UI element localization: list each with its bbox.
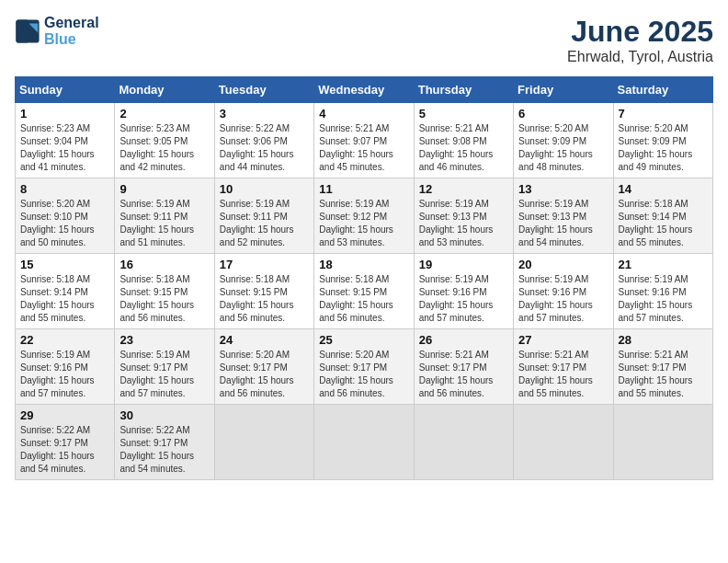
calendar-table: SundayMondayTuesdayWednesdayThursdayFrid… [15,76,713,480]
day-info: Sunrise: 5:23 AM Sunset: 9:04 PM Dayligh… [20,122,109,174]
svg-rect-2 [16,19,28,42]
day-info: Sunrise: 5:19 AM Sunset: 9:11 PM Dayligh… [119,198,209,249]
calendar-cell [214,405,313,480]
day-info: Sunrise: 5:21 AM Sunset: 9:08 PM Dayligh… [419,122,508,174]
day-number: 19 [419,258,508,271]
day-info: Sunrise: 5:19 AM Sunset: 9:16 PM Dayligh… [20,349,109,400]
day-number: 1 [20,107,109,121]
col-header-friday: Friday [514,77,613,103]
calendar-cell: 8Sunrise: 5:20 AM Sunset: 9:10 PM Daylig… [16,178,115,254]
calendar-cell: 24Sunrise: 5:20 AM Sunset: 9:17 PM Dayli… [214,329,313,405]
calendar-cell: 23Sunrise: 5:19 AM Sunset: 9:17 PM Dayli… [115,329,214,405]
calendar-cell: 3Sunrise: 5:22 AM Sunset: 9:06 PM Daylig… [214,103,313,178]
day-number: 14 [619,182,708,196]
day-info: Sunrise: 5:21 AM Sunset: 9:07 PM Dayligh… [319,122,408,174]
calendar-cell: 5Sunrise: 5:21 AM Sunset: 9:08 PM Daylig… [414,103,513,178]
day-info: Sunrise: 5:20 AM Sunset: 9:09 PM Dayligh… [518,122,608,174]
day-number: 7 [619,107,708,121]
day-number: 4 [319,107,408,121]
day-number: 20 [518,258,608,271]
col-header-saturday: Saturday [613,77,712,103]
calendar-cell [314,405,414,480]
calendar-cell: 21Sunrise: 5:19 AM Sunset: 9:16 PM Dayli… [613,254,712,329]
calendar-cell: 17Sunrise: 5:18 AM Sunset: 9:15 PM Dayli… [214,254,313,329]
day-info: Sunrise: 5:19 AM Sunset: 9:17 PM Dayligh… [119,349,209,400]
day-number: 17 [220,258,309,271]
logo: General Blue [15,15,99,47]
day-number: 12 [419,182,508,196]
calendar-week-row: 15Sunrise: 5:18 AM Sunset: 9:14 PM Dayli… [16,254,713,329]
day-number: 22 [20,333,109,347]
day-number: 15 [20,258,109,271]
day-info: Sunrise: 5:22 AM Sunset: 9:17 PM Dayligh… [119,424,209,476]
location-title: Ehrwald, Tyrol, Austria [567,49,713,65]
calendar-cell: 29Sunrise: 5:22 AM Sunset: 9:17 PM Dayli… [16,405,115,480]
calendar-cell: 2Sunrise: 5:23 AM Sunset: 9:05 PM Daylig… [115,103,214,178]
day-number: 30 [119,408,209,422]
day-number: 28 [619,333,708,347]
day-info: Sunrise: 5:19 AM Sunset: 9:13 PM Dayligh… [419,198,508,249]
calendar-cell: 6Sunrise: 5:20 AM Sunset: 9:09 PM Daylig… [514,103,613,178]
day-number: 29 [20,408,109,422]
calendar-cell: 9Sunrise: 5:19 AM Sunset: 9:11 PM Daylig… [115,178,214,254]
day-number: 6 [518,107,608,121]
day-number: 2 [119,107,209,121]
day-number: 3 [220,107,309,121]
calendar-cell [514,405,613,480]
calendar-cell: 25Sunrise: 5:20 AM Sunset: 9:17 PM Dayli… [314,329,414,405]
day-info: Sunrise: 5:21 AM Sunset: 9:17 PM Dayligh… [619,349,708,400]
day-info: Sunrise: 5:22 AM Sunset: 9:17 PM Dayligh… [20,424,109,476]
day-info: Sunrise: 5:19 AM Sunset: 9:13 PM Dayligh… [518,198,608,249]
calendar-cell: 10Sunrise: 5:19 AM Sunset: 9:11 PM Dayli… [214,178,313,254]
day-info: Sunrise: 5:18 AM Sunset: 9:15 PM Dayligh… [319,273,408,325]
calendar-cell: 13Sunrise: 5:19 AM Sunset: 9:13 PM Dayli… [514,178,613,254]
calendar-week-row: 29Sunrise: 5:22 AM Sunset: 9:17 PM Dayli… [16,405,713,480]
day-number: 21 [619,258,708,271]
day-info: Sunrise: 5:19 AM Sunset: 9:16 PM Dayligh… [419,273,508,325]
day-info: Sunrise: 5:20 AM Sunset: 9:09 PM Dayligh… [619,122,708,174]
day-info: Sunrise: 5:22 AM Sunset: 9:06 PM Dayligh… [220,122,309,174]
day-info: Sunrise: 5:20 AM Sunset: 9:17 PM Dayligh… [220,349,309,400]
day-info: Sunrise: 5:19 AM Sunset: 9:16 PM Dayligh… [619,273,708,325]
day-info: Sunrise: 5:18 AM Sunset: 9:15 PM Dayligh… [119,273,209,325]
day-number: 25 [319,333,408,347]
calendar-cell: 22Sunrise: 5:19 AM Sunset: 9:16 PM Dayli… [16,329,115,405]
day-number: 5 [419,107,508,121]
calendar-cell: 20Sunrise: 5:19 AM Sunset: 9:16 PM Dayli… [514,254,613,329]
logo-text: General Blue [44,15,99,47]
calendar-cell: 1Sunrise: 5:23 AM Sunset: 9:04 PM Daylig… [16,103,115,178]
day-number: 13 [518,182,608,196]
calendar-header-row: SundayMondayTuesdayWednesdayThursdayFrid… [16,77,713,103]
calendar-cell: 14Sunrise: 5:18 AM Sunset: 9:14 PM Dayli… [613,178,712,254]
calendar-cell: 16Sunrise: 5:18 AM Sunset: 9:15 PM Dayli… [115,254,214,329]
col-header-tuesday: Tuesday [214,77,313,103]
calendar-cell: 28Sunrise: 5:21 AM Sunset: 9:17 PM Dayli… [613,329,712,405]
day-number: 18 [319,258,408,271]
day-info: Sunrise: 5:18 AM Sunset: 9:15 PM Dayligh… [220,273,309,325]
day-info: Sunrise: 5:23 AM Sunset: 9:05 PM Dayligh… [119,122,209,174]
col-header-monday: Monday [115,77,214,103]
calendar-cell: 19Sunrise: 5:19 AM Sunset: 9:16 PM Dayli… [414,254,513,329]
day-info: Sunrise: 5:19 AM Sunset: 9:12 PM Dayligh… [319,198,408,249]
calendar-week-row: 22Sunrise: 5:19 AM Sunset: 9:16 PM Dayli… [16,329,713,405]
calendar-cell [414,405,513,480]
day-number: 9 [119,182,209,196]
col-header-wednesday: Wednesday [314,77,414,103]
col-header-thursday: Thursday [414,77,513,103]
day-number: 26 [419,333,508,347]
calendar-cell [613,405,712,480]
day-number: 11 [319,182,408,196]
day-info: Sunrise: 5:20 AM Sunset: 9:10 PM Dayligh… [20,198,109,249]
calendar-cell: 11Sunrise: 5:19 AM Sunset: 9:12 PM Dayli… [314,178,414,254]
day-number: 27 [518,333,608,347]
day-info: Sunrise: 5:19 AM Sunset: 9:11 PM Dayligh… [220,198,309,249]
day-info: Sunrise: 5:18 AM Sunset: 9:14 PM Dayligh… [619,198,708,249]
logo-icon [15,18,40,44]
day-info: Sunrise: 5:21 AM Sunset: 9:17 PM Dayligh… [518,349,608,400]
calendar-cell: 27Sunrise: 5:21 AM Sunset: 9:17 PM Dayli… [514,329,613,405]
calendar-cell: 12Sunrise: 5:19 AM Sunset: 9:13 PM Dayli… [414,178,513,254]
calendar-cell: 18Sunrise: 5:18 AM Sunset: 9:15 PM Dayli… [314,254,414,329]
day-number: 16 [119,258,209,271]
day-number: 10 [220,182,309,196]
month-title: June 2025 [567,15,713,49]
